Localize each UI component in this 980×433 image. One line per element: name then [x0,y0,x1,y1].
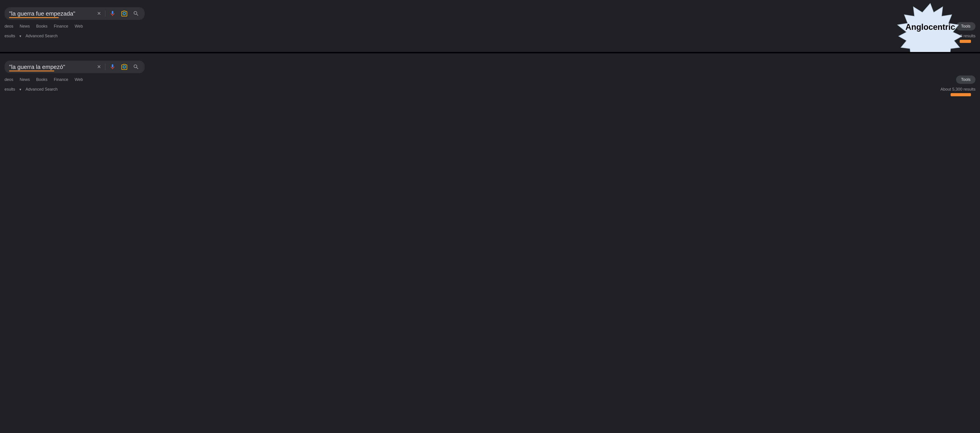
nav-books-1[interactable]: Books [36,23,48,30]
mic-button-1[interactable] [108,10,117,18]
lens-icon-1 [121,10,127,17]
results-row-1: esults ▼ Advanced Search About 8 results [0,33,980,38]
advanced-search-link-1[interactable]: Advanced Search [25,33,57,38]
search-button-1[interactable] [132,10,140,18]
mic-icon-1 [110,10,116,17]
search-section-2: ✕ [0,52,980,105]
search-divider-1 [105,10,105,17]
search-section-1: Anglocentric ✕ [0,0,980,52]
results-label-2: esults [5,87,15,92]
lens-button-1[interactable] [120,10,128,18]
nav-finance-2[interactable]: Finance [54,76,68,83]
close-icon-1: ✕ [97,11,101,16]
nav-news-1[interactable]: News [20,23,30,30]
results-count-2: About 5,300 results [940,87,975,92]
search-icon-2 [133,64,139,70]
clear-button-2[interactable]: ✕ [96,63,102,71]
badge-row-2 [0,92,980,96]
nav-deos-1[interactable]: deos [5,23,13,30]
search-divider-2 [105,64,105,70]
nav-web-1[interactable]: Web [75,23,83,30]
nav-deos-2[interactable]: deos [5,76,13,83]
lens-icon-2 [121,64,127,70]
nav-finance-1[interactable]: Finance [54,23,68,30]
close-icon-2: ✕ [97,64,101,70]
search-box-2: ✕ [5,60,145,73]
search-bar-row-2: ✕ [0,60,980,73]
nav-books-2[interactable]: Books [36,76,48,83]
advanced-search-link-2[interactable]: Advanced Search [25,87,57,92]
nav-row-2: deos News Books Finance Web Tools [0,75,980,84]
svg-point-3 [123,66,125,68]
search-input-2[interactable] [9,64,96,70]
mic-button-2[interactable] [108,63,117,71]
search-box-1: ✕ [5,7,145,20]
starburst-text: Anglocentric [905,22,955,32]
nav-row-1: deos News Books Finance Web Tools [0,22,980,30]
badge-row-1 [0,38,980,43]
search-button-2[interactable] [132,63,140,71]
search-underline-1 [9,17,59,18]
search-input-1[interactable] [9,10,96,17]
orange-badge-2 [951,93,971,96]
nav-news-2[interactable]: News [20,76,30,83]
results-label-1: esults [5,33,15,38]
clear-button-1[interactable]: ✕ [96,10,102,18]
results-row-2: esults ▼ Advanced Search About 5,300 res… [0,87,980,92]
lens-button-2[interactable] [120,63,128,71]
search-bar-row-1: ✕ [0,7,980,20]
tools-button-2[interactable]: Tools [956,75,975,84]
nav-web-2[interactable]: Web [75,76,83,83]
search-icons-1 [108,10,140,18]
mic-icon-2 [110,64,116,70]
dropdown-arrow-1[interactable]: ▼ [19,34,22,38]
search-icon-1 [133,10,139,17]
starburst-annotation: Anglocentric [894,2,966,52]
search-underline-2 [9,70,54,72]
dropdown-arrow-2[interactable]: ▼ [19,88,22,91]
search-icons-2 [108,63,140,71]
svg-point-1 [123,13,125,14]
